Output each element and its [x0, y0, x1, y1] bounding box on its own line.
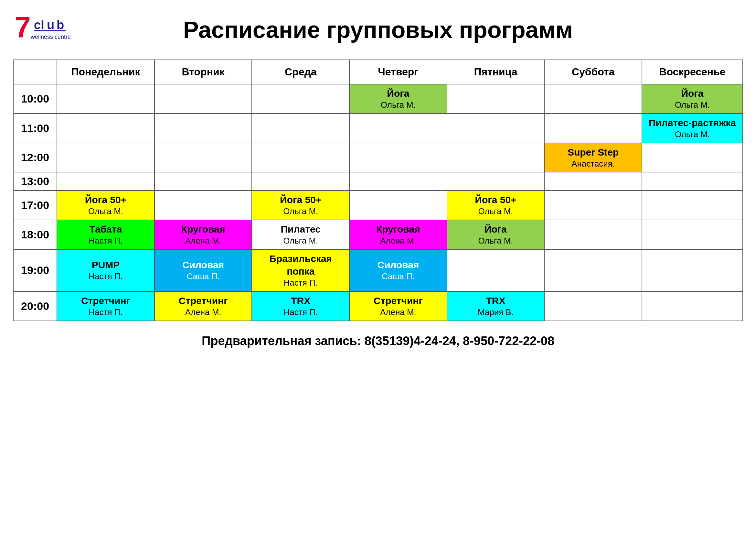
- schedule-cell: [57, 172, 154, 190]
- table-row: 10:00ЙогаОльга М.ЙогаОльга М.: [13, 84, 743, 114]
- schedule-table: Понедельник Вторник Среда Четверг Пятниц…: [13, 60, 743, 321]
- cell-instructor: Ольга М.: [283, 236, 318, 246]
- cell-instructor: Настя П.: [89, 271, 122, 282]
- cell-class-name: Йога: [681, 87, 703, 99]
- schedule-cell: [642, 172, 743, 190]
- schedule-cell: СтретчингАлена М.: [154, 292, 252, 321]
- schedule-cell: [154, 172, 252, 190]
- cell-instructor: Ольга М.: [88, 206, 123, 217]
- page-header: 7 cl u b wellness centre Расписание груп…: [13, 10, 743, 50]
- cell-class-name: TRX: [291, 294, 310, 307]
- cell-instructor: Настя П.: [89, 307, 122, 318]
- col-header-sat: Суббота: [544, 60, 642, 84]
- cell-instructor: Ольга М.: [478, 206, 513, 217]
- cell-instructor: Настя П.: [284, 277, 318, 289]
- cell-instructor: Алена М.: [185, 236, 221, 246]
- cell-class-name: Пилатес: [281, 223, 321, 236]
- time-cell: 12:00: [13, 143, 57, 172]
- col-header-thu: Четверг: [349, 60, 447, 84]
- schedule-cell: Super StepАнастасия.: [544, 143, 642, 172]
- schedule-cell: [349, 190, 447, 220]
- header-row: Понедельник Вторник Среда Четверг Пятниц…: [13, 60, 743, 84]
- schedule-cell: [544, 172, 642, 190]
- schedule-cell: Пилатес-растяжкаОльга М.: [642, 114, 743, 143]
- col-header-mon: Понедельник: [57, 60, 154, 84]
- schedule-cell: [154, 190, 252, 220]
- svg-text:u: u: [47, 18, 54, 32]
- schedule-cell: [154, 114, 252, 143]
- page-title: Расписание групповых программ: [84, 16, 743, 43]
- schedule-cell: [544, 249, 642, 292]
- schedule-cell: [349, 143, 447, 172]
- schedule-cell: Йога 50+Ольга М.: [252, 190, 349, 220]
- table-row: 12:00Super StepАнастасия.: [13, 143, 743, 172]
- schedule-cell: [154, 84, 252, 114]
- cell-class-name: Силовая: [182, 259, 224, 271]
- schedule-cell: [154, 143, 252, 172]
- cell-instructor: Ольга М.: [283, 206, 318, 217]
- cell-instructor: Саша П.: [187, 271, 220, 282]
- cell-class-name: Круговая: [376, 223, 420, 236]
- time-cell: 10:00: [13, 84, 57, 114]
- time-cell: 19:00: [13, 249, 57, 292]
- cell-instructor: Ольга М.: [478, 236, 513, 246]
- cell-instructor: Алена М.: [380, 236, 416, 246]
- schedule-cell: [349, 172, 447, 190]
- schedule-cell: [252, 84, 349, 114]
- cell-class-name: Йога 50+: [85, 193, 126, 206]
- schedule-cell: [642, 220, 743, 249]
- svg-text:wellness centre: wellness centre: [30, 34, 71, 40]
- schedule-cell: КруговаяАлена М.: [349, 220, 447, 249]
- svg-text:7: 7: [14, 11, 31, 43]
- schedule-cell: [544, 114, 642, 143]
- schedule-cell: СиловаяСаша П.: [349, 249, 447, 292]
- cell-class-name: PUMP: [92, 259, 120, 271]
- schedule-cell: PUMPНастя П.: [57, 249, 154, 292]
- schedule-cell: [642, 292, 743, 321]
- schedule-cell: СтретчингНастя П.: [57, 292, 154, 321]
- cell-class-name: Стретчинг: [374, 294, 423, 307]
- table-row: 13:00: [13, 172, 743, 190]
- schedule-cell: ЙогаОльга М.: [447, 220, 545, 249]
- schedule-cell: [642, 143, 743, 172]
- schedule-cell: [544, 190, 642, 220]
- schedule-cell: [544, 84, 642, 114]
- schedule-cell: TRXНастя П.: [252, 292, 349, 321]
- schedule-cell: [349, 114, 447, 143]
- time-cell: 18:00: [13, 220, 57, 249]
- schedule-cell: ТабатаНастя П.: [57, 220, 154, 249]
- time-cell: 20:00: [13, 292, 57, 321]
- time-cell: 11:00: [13, 114, 57, 143]
- cell-class-name: Йога 50+: [280, 193, 321, 206]
- cell-class-name: Силовая: [377, 259, 419, 271]
- schedule-cell: [642, 190, 743, 220]
- logo: 7 cl u b wellness centre: [13, 10, 84, 50]
- time-cell: 13:00: [13, 172, 57, 190]
- col-header-fri: Пятница: [447, 60, 545, 84]
- schedule-cell: [252, 143, 349, 172]
- col-header-tue: Вторник: [154, 60, 252, 84]
- schedule-cell: [544, 292, 642, 321]
- schedule-cell: [447, 172, 545, 190]
- cell-instructor: Ольга М.: [675, 129, 710, 140]
- cell-class-name: Пилатес-растяжка: [649, 116, 736, 129]
- cell-instructor: Алена М.: [185, 307, 221, 318]
- table-row: 18:00ТабатаНастя П.КруговаяАлена М.Пилат…: [13, 220, 743, 249]
- schedule-cell: [447, 84, 545, 114]
- svg-text:b: b: [57, 18, 64, 32]
- cell-instructor: Мария В.: [478, 307, 514, 318]
- table-row: 11:00Пилатес-растяжкаОльга М.: [13, 114, 743, 143]
- cell-instructor: Анастасия.: [571, 158, 615, 169]
- cell-class-name: Круговая: [181, 223, 225, 236]
- cell-instructor: Саша П.: [382, 271, 415, 282]
- table-row: 19:00PUMPНастя П.СиловаяСаша П.Бразильск…: [13, 249, 743, 292]
- cell-class-name: Йога: [484, 223, 507, 236]
- cell-class-name: Табата: [90, 223, 122, 236]
- cell-class-name: Йога 50+: [475, 193, 516, 206]
- cell-instructor: Настя П.: [284, 307, 318, 318]
- col-header-wed: Среда: [252, 60, 349, 84]
- cell-class-name: TRX: [486, 294, 505, 307]
- schedule-cell: [252, 114, 349, 143]
- schedule-cell: Йога 50+Ольга М.: [57, 190, 154, 220]
- cell-instructor: Настя П.: [89, 236, 122, 246]
